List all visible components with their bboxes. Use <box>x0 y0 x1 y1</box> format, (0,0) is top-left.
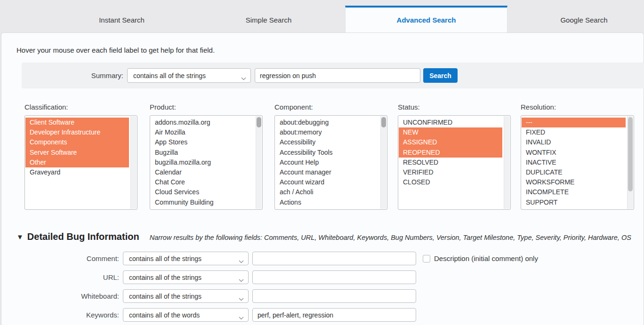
classification-label: Classification: <box>24 103 68 111</box>
listbox-option[interactable]: DUPLICATE <box>522 167 626 177</box>
status-label: Status: <box>398 103 420 111</box>
description-only-checkbox[interactable] <box>423 255 430 262</box>
listbox-option[interactable]: INACTIVE <box>522 158 626 167</box>
listbox-option[interactable]: INCOMPLETE <box>522 187 626 197</box>
tab-advanced-search[interactable]: Advanced Search <box>345 6 507 32</box>
product-listbox[interactable]: addons.mozilla.orgAir MozillaApp StoresB… <box>150 115 263 210</box>
tab-label: Google Search <box>560 16 607 24</box>
url-operator-select[interactable]: contains all of the strings <box>123 270 249 284</box>
listbox-option[interactable]: WORKSFORME <box>522 177 626 187</box>
tab-label: Advanced Search <box>397 16 456 24</box>
status-listbox[interactable]: UNCONFIRMEDNEWASSIGNEDREOPENEDRESOLVEDVE… <box>398 115 511 210</box>
chevron-down-icon <box>239 295 244 302</box>
listbox-option[interactable]: ASSIGNED <box>399 137 502 147</box>
search-button[interactable]: Search <box>423 68 458 83</box>
listbox-option[interactable]: Account manager <box>275 167 379 177</box>
advanced-search-page: Instant Search Simple Search Advanced Se… <box>0 0 644 325</box>
keywords-label: Keywords: <box>0 308 119 322</box>
comment-operator-select[interactable]: contains all of the strings <box>123 252 249 265</box>
chevron-down-icon <box>239 276 244 284</box>
listbox-option[interactable]: Server Software <box>25 148 129 158</box>
listbox-option[interactable]: NEW <box>399 127 502 137</box>
keywords-operator-select[interactable]: contains all of the words <box>123 308 249 322</box>
whiteboard-operator-select[interactable]: contains all of the strings <box>123 289 249 303</box>
listbox-option[interactable]: RESOLVED <box>399 158 502 167</box>
chevron-down-icon <box>239 314 244 321</box>
section-title[interactable]: Detailed Bug Information <box>27 231 139 242</box>
listbox-option[interactable]: about:memory <box>275 127 379 137</box>
listbox-option[interactable]: Calendar <box>151 167 254 177</box>
listbox-option[interactable]: Cloud Services <box>151 187 254 197</box>
whiteboard-label: Whiteboard: <box>0 289 119 303</box>
listbox-option[interactable]: Components <box>25 137 129 147</box>
listbox-option[interactable]: INVALID <box>522 137 626 147</box>
listbox-option[interactable]: Developer Infrastructure <box>25 127 129 137</box>
whiteboard-input[interactable] <box>252 289 416 303</box>
product-options: addons.mozilla.orgAir MozillaApp StoresB… <box>151 116 254 209</box>
summary-operator-select[interactable]: contains all of the strings <box>127 68 251 83</box>
listbox-option[interactable]: VERIFIED <box>399 167 502 177</box>
chevron-down-icon <box>239 257 244 265</box>
listbox-option[interactable]: addons.mozilla.org <box>151 118 254 127</box>
summary-operator-value: contains all of the strings <box>133 72 206 79</box>
listbox-option[interactable]: about:debugging <box>275 118 379 127</box>
listbox-option[interactable]: bugzilla.mozilla.org <box>151 158 254 167</box>
status-scrollbar[interactable] <box>504 116 510 209</box>
listbox-option[interactable]: Other <box>25 158 129 167</box>
keywords-operator-value: contains all of the words <box>129 311 200 319</box>
product-scrollbar[interactable] <box>256 116 262 209</box>
classification-options: Client SoftwareDeveloper InfrastructureC… <box>25 116 129 209</box>
listbox-option[interactable]: WONTFIX <box>522 148 626 158</box>
listbox-option[interactable]: CLOSED <box>399 177 502 187</box>
listbox-option[interactable]: UNCONFIRMED <box>399 118 502 127</box>
listbox-option[interactable]: Account wizard <box>275 177 379 187</box>
listbox-option[interactable]: --- <box>522 118 626 127</box>
listbox-option[interactable]: REOPENED <box>399 148 502 158</box>
summary-input[interactable] <box>255 68 420 83</box>
listbox-option[interactable]: Client Software <box>25 118 129 127</box>
listbox-option[interactable]: Chat Core <box>151 177 254 187</box>
tab-instant-search[interactable]: Instant Search <box>40 6 203 32</box>
listbox-option[interactable]: Air Mozilla <box>151 127 254 137</box>
tab-simple-search[interactable]: Simple Search <box>187 6 350 32</box>
listbox-option[interactable]: ach / Acholi <box>275 187 379 197</box>
listbox-option[interactable]: App Stores <box>151 137 254 147</box>
listbox-option[interactable]: Bugzilla <box>151 148 254 158</box>
collapse-triangle-icon[interactable]: ▼ <box>16 233 24 241</box>
url-input[interactable] <box>252 270 416 284</box>
tab-google-search[interactable]: Google Search <box>503 6 644 32</box>
classification-scrollbar[interactable] <box>130 116 137 209</box>
listbox-option[interactable]: Accessibility <box>275 137 379 147</box>
url-operator-value: contains all of the strings <box>129 274 201 281</box>
comment-label: Comment: <box>0 252 119 265</box>
detailed-bug-info-header: ▼ Detailed Bug Information Narrow result… <box>16 231 631 242</box>
chevron-down-icon <box>241 74 246 82</box>
url-label: URL: <box>0 270 119 284</box>
listbox-option[interactable]: Account Help <box>275 158 379 167</box>
component-listbox[interactable]: about:debuggingabout:memoryAccessibility… <box>274 115 387 210</box>
comment-input[interactable] <box>252 252 416 265</box>
summary-bar: Summary: contains all of the strings Sea… <box>22 63 644 88</box>
listbox-option[interactable]: Accessibility Tools <box>275 148 379 158</box>
component-scrollbar[interactable] <box>380 116 386 209</box>
listbox-option[interactable]: Actions <box>275 198 379 207</box>
listbox-option[interactable]: Graveyard <box>25 167 129 177</box>
listbox-option[interactable]: Community Building <box>151 198 254 207</box>
listbox-option[interactable]: SUPPORT <box>522 198 626 207</box>
comment-operator-value: contains all of the strings <box>129 255 201 262</box>
component-options: about:debuggingabout:memoryAccessibility… <box>275 116 379 209</box>
resolution-listbox[interactable]: ---FIXEDINVALIDWONTFIXINACTIVEDUPLICATEW… <box>521 115 634 210</box>
resolution-scrollbar[interactable] <box>627 116 633 209</box>
listbox-option[interactable]: FIXED <box>522 127 626 137</box>
help-text: Hover your mouse over each field label t… <box>16 46 215 54</box>
description-only-label: Description (initial comment) only <box>434 254 538 262</box>
status-options: UNCONFIRMEDNEWASSIGNEDREOPENEDRESOLVEDVE… <box>399 116 502 209</box>
keywords-input[interactable] <box>252 308 416 322</box>
tab-label: Instant Search <box>99 16 145 24</box>
product-label: Product: <box>150 103 176 111</box>
url-row: URL: contains all of the strings <box>0 270 644 284</box>
keywords-row: Keywords: contains all of the words <box>0 308 644 322</box>
search-mode-tabbar: Instant Search Simple Search Advanced Se… <box>0 0 644 32</box>
classification-listbox[interactable]: Client SoftwareDeveloper InfrastructureC… <box>24 115 137 210</box>
resolution-options: ---FIXEDINVALIDWONTFIXINACTIVEDUPLICATEW… <box>522 116 626 209</box>
